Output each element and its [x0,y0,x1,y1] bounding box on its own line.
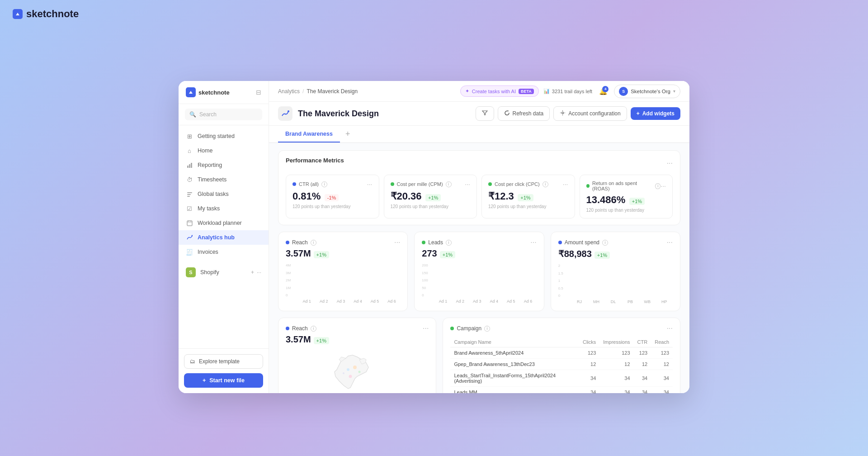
breadcrumb-current: The Maverick Design [307,88,358,95]
amount-more-icon[interactable]: ··· [667,238,673,247]
metric-more-icon[interactable]: ··· [367,180,373,188]
bar-label: DL [605,299,622,304]
top-bar: Analytics / The Maverick Design ✦ Create… [269,81,689,102]
svg-point-14 [353,366,357,369]
svg-point-15 [359,371,361,373]
table-row: Leads MM 34 34 34 34 [450,387,673,394]
plus-icon: + [637,110,640,117]
metric-more-icon[interactable]: ··· [465,180,470,188]
leads-chart-card: Leads i ··· 273 +1% 200 [414,232,544,311]
amount-change: +1% [594,252,610,259]
breadcrumb-parent[interactable]: Analytics [278,88,300,95]
campaign-card: Campaign i ··· Campaign Name Clicks [443,318,680,393]
sidebar-item-global-tasks[interactable]: Global tasks [179,187,269,201]
leads-dot [422,241,425,244]
add-widgets-button[interactable]: + Add widgets [631,107,680,120]
svg-rect-6 [187,221,192,226]
refresh-icon [504,110,510,117]
page-title-row: The Maverick Design [278,106,379,121]
metric-subtitle: 120 points up than yesterday [488,204,568,209]
bar-label: RJ [571,299,588,304]
col-campaign-name: Campaign Name [450,337,579,347]
ai-create-tasks-button[interactable]: ✦ Create tasks with AI BETA [460,86,539,97]
top-bar-actions: ✦ Create tasks with AI BETA 📊 3231 trail… [460,85,680,98]
bar-label: Ad 3 [332,299,349,304]
notification-badge: 4 [602,86,609,92]
sidebar-item-label: Workload planner [198,220,242,226]
amount-info-icon[interactable]: i [602,240,608,246]
app-logo-icon [13,9,23,19]
campaign-reach: 34 [651,387,673,394]
col-clicks: Clicks [579,337,599,347]
campaign-ctr: 34 [634,370,651,387]
metric-value: 0.81% [292,190,321,202]
shopify-more-icon[interactable]: ··· [257,269,261,276]
sidebar-item-reporting[interactable]: Reporting [179,158,269,172]
shopify-icon: S [186,267,196,277]
sidebar-item-my-tasks[interactable]: ☑ My tasks [179,201,269,216]
reach-more-icon[interactable]: ··· [394,238,400,247]
metric-more-icon[interactable]: ··· [660,182,666,190]
roas-info-icon[interactable]: i [655,183,660,189]
org-name-label: Sketchnote's Org [631,89,670,94]
sidebar-toggle-icon[interactable]: ⊟ [256,89,261,96]
sidebar: sketchnote ⊟ 🔍 Search ⊞ Getting started … [179,81,269,393]
cpm-info-icon[interactable]: i [446,181,452,187]
amount-dot [558,241,562,244]
sidebar-footer: 🗂 Explore template + Start new file [179,348,269,393]
cpc-info-icon[interactable]: i [542,181,548,187]
leads-more-icon[interactable]: ··· [530,238,536,247]
bar-label: Ad 4 [349,299,367,304]
metric-dot [391,182,394,186]
bottom-row: Reach i ··· 3.57M +1% [278,318,680,393]
sidebar-item-label: Home [198,147,212,154]
reach-dot [286,241,289,244]
metric-label-text: CTR (all) [299,181,319,187]
shopify-add-icon[interactable]: + [251,269,254,276]
svg-rect-5 [187,196,190,197]
sidebar-item-invoices[interactable]: 🧾 Invoices [179,245,269,259]
tab-brand-awareness[interactable]: Brand Awareness [278,126,340,142]
svg-rect-3 [187,192,192,193]
shopify-label: Shopify [200,269,219,276]
sidebar-item-getting-started[interactable]: ⊞ Getting started [179,129,269,143]
explore-template-button[interactable]: 🗂 Explore template [184,354,263,369]
campaign-clicks: 123 [579,347,599,359]
refresh-data-button[interactable]: Refresh data [498,106,550,121]
sidebar-item-analytics-hub[interactable]: Analytics hub [179,230,269,245]
shopify-integration[interactable]: S Shopify + ··· [184,265,263,280]
ctr-info-icon[interactable]: i [321,181,327,187]
notification-button[interactable]: 🔔 4 [597,85,609,98]
metric-label-text: Cost per click (CPC) [495,181,540,187]
metric-subtitle: 120 points up than yesterday [292,204,373,209]
reach-map-info-icon[interactable]: i [311,326,316,332]
leads-info-icon[interactable]: i [446,240,452,246]
metric-value: ₹12.3 [488,190,514,202]
search-box[interactable]: 🔍 Search [185,109,262,120]
svg-rect-2 [191,163,192,168]
trail-days-label: 3231 trail days left [552,89,592,94]
reach-map-more-icon[interactable]: ··· [423,324,429,332]
campaign-reach: 123 [651,347,673,359]
start-new-file-button[interactable]: + Start new file [184,373,263,388]
bar-label: Ad 1 [434,299,452,304]
section-more-icon[interactable]: ··· [667,159,673,167]
my-tasks-icon: ☑ [186,205,193,212]
sidebar-item-workload-planner[interactable]: Workload planner [179,216,269,230]
campaign-info-icon[interactable]: i [484,326,490,332]
org-selector[interactable]: S Sketchnote's Org ▾ [614,85,680,98]
metric-dot [586,184,590,188]
charts-row: Reach i ··· 3.57M +1% 4M [278,232,680,311]
add-tab-button[interactable]: + [340,126,356,142]
sidebar-item-home[interactable]: ⌂ Home [179,143,269,158]
reach-info-icon[interactable]: i [311,240,316,246]
account-config-button[interactable]: Account configuration [553,106,627,121]
bar-label: MH [588,299,605,304]
campaign-more-icon[interactable]: ··· [667,324,673,332]
sidebar-item-timesheets[interactable]: ⏱ Timesheets [179,172,269,187]
leads-bar-chart: 200 150 100 50 0 [422,263,536,304]
filter-button[interactable] [476,106,494,121]
metric-more-icon[interactable]: ··· [563,180,568,188]
campaign-ctr: 123 [634,347,651,359]
section-title: Performance Metrics [286,157,344,164]
